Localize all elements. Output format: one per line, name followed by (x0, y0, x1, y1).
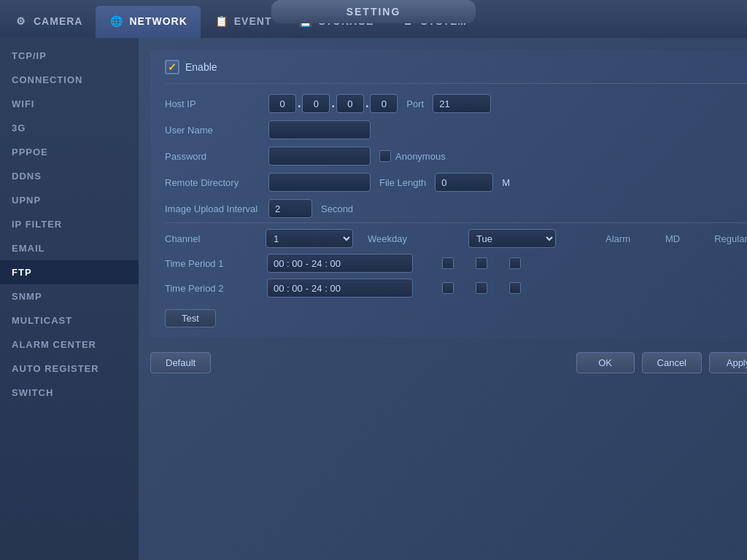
tp1-alarm-checkbox[interactable] (442, 257, 454, 269)
sidebar: TCP/IP CONNECTION WIFI 3G PPPOE DDNS UPN… (0, 38, 139, 560)
remote-dir-label: Remote Directory (165, 177, 260, 188)
tab-network[interactable]: 🌐 NETWORK (96, 6, 200, 38)
divider (165, 222, 747, 223)
tp2-regular-checkbox[interactable] (509, 282, 521, 294)
time-period1-label: Time Period 1 (165, 258, 260, 269)
test-button[interactable]: Test (165, 309, 216, 327)
content-area: Enable Host IP . . . Port User (139, 38, 747, 560)
tab-camera-label: CAMERA (34, 15, 82, 27)
time-period1-range: 00 : 00 - 24 : 00 (267, 254, 413, 273)
weekday-select[interactable]: Tue (468, 229, 556, 248)
cancel-button[interactable]: Cancel (642, 352, 702, 373)
image-upload-label: Image Upload Interval (165, 203, 260, 214)
action-buttons: OK Cancel Apply (576, 352, 747, 373)
apply-button[interactable]: Apply (709, 352, 747, 373)
weekday-label: Weekday (368, 233, 462, 244)
default-button[interactable]: Default (150, 352, 211, 373)
bottom-bar: Default OK Cancel Apply (150, 346, 747, 375)
tp2-alarm-checkbox[interactable] (442, 282, 454, 294)
tab-event-label: EVENT (234, 15, 272, 27)
channel-select[interactable]: 1 (266, 229, 353, 248)
sidebar-item-ddns[interactable]: DDNS (0, 164, 139, 188)
main-layout: TCP/IP CONNECTION WIFI 3G PPPOE DDNS UPN… (0, 38, 747, 560)
file-length-label: File Length (379, 177, 426, 188)
anonymous-row: Anonymous (379, 150, 446, 162)
time-period2-label: Time Period 2 (165, 283, 260, 294)
sidebar-item-snmp[interactable]: SNMP (0, 284, 139, 308)
username-input[interactable] (268, 120, 371, 139)
tp2-md-checkbox[interactable] (476, 282, 487, 294)
tab-network-label: NETWORK (129, 15, 187, 27)
host-ip-label: Host IP (165, 98, 260, 109)
image-upload-input[interactable] (268, 199, 312, 218)
port-label: Port (406, 98, 424, 109)
tab-camera[interactable]: ⚙ CAMERA (0, 6, 96, 38)
time-period2-range: 00 : 00 - 24 : 00 (267, 279, 413, 298)
tp1-md-checkbox[interactable] (476, 257, 487, 269)
ip-octet1[interactable] (268, 94, 296, 113)
camera-icon: ⚙ (13, 13, 29, 29)
password-label: Password (165, 151, 260, 162)
regular-col-header: Regular (709, 233, 747, 244)
sidebar-item-tcpip[interactable]: TCP/IP (0, 44, 139, 68)
sidebar-item-switch[interactable]: SWITCH (0, 381, 139, 405)
password-input[interactable] (268, 147, 371, 166)
md-col-header: MD (658, 233, 687, 244)
event-icon: 📋 (214, 13, 230, 29)
port-input[interactable] (433, 94, 491, 113)
sidebar-item-multicast[interactable]: MULTICAST (0, 308, 139, 332)
sidebar-item-autoregister[interactable]: AUTO REGISTER (0, 357, 139, 381)
ok-button[interactable]: OK (576, 352, 635, 373)
file-length-input[interactable] (435, 173, 493, 192)
channel-label: Channel (165, 233, 260, 244)
host-ip-field: . . . (268, 94, 398, 113)
ftp-panel: Enable Host IP . . . Port User (150, 50, 747, 338)
username-label: User Name (165, 125, 260, 136)
sidebar-item-3g[interactable]: 3G (0, 116, 139, 140)
sidebar-item-ipfilter[interactable]: IP FILTER (0, 212, 139, 236)
sidebar-item-wifi[interactable]: WIFI (0, 92, 139, 116)
sidebar-item-upnp[interactable]: UPNP (0, 188, 139, 212)
tp1-regular-checkbox[interactable] (509, 257, 521, 269)
title-text: SETTING (347, 6, 401, 18)
enable-checkbox[interactable] (165, 60, 179, 74)
second-unit: Second (321, 203, 353, 214)
ip-octet2[interactable] (302, 94, 330, 113)
alarm-col-header: Alarm (600, 233, 636, 244)
ip-octet4[interactable] (370, 94, 398, 113)
enable-row: Enable (165, 60, 747, 84)
file-length-unit: M (502, 177, 510, 188)
title-bar: SETTING (271, 0, 476, 23)
enable-label: Enable (185, 61, 217, 73)
sidebar-item-ftp[interactable]: FTP (0, 260, 139, 284)
ip-octet3[interactable] (336, 94, 364, 113)
sidebar-item-connection[interactable]: CONNECTION (0, 68, 139, 92)
remote-dir-input[interactable] (268, 173, 371, 192)
anonymous-checkbox[interactable] (379, 150, 391, 162)
network-icon: 🌐 (109, 13, 125, 29)
anonymous-label: Anonymous (395, 151, 446, 162)
sidebar-item-pppoe[interactable]: PPPOE (0, 140, 139, 164)
sidebar-item-email[interactable]: EMAIL (0, 236, 139, 260)
sidebar-item-alarmcenter[interactable]: ALARM CENTER (0, 332, 139, 357)
